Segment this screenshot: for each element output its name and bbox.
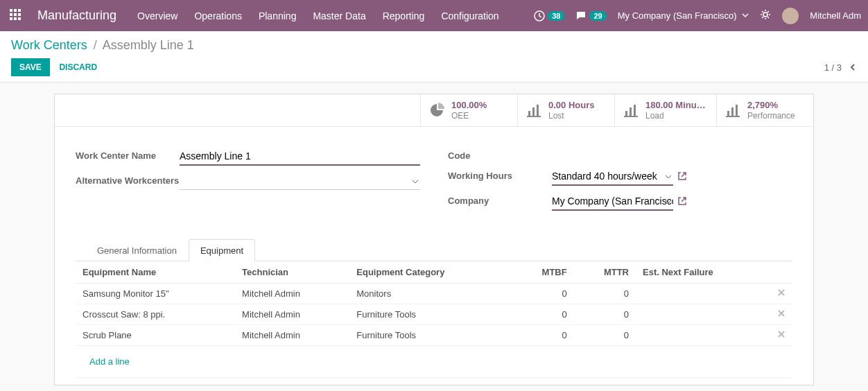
- cell-cat[interactable]: Furniture Tools: [349, 325, 512, 346]
- pager-text[interactable]: 1 / 3: [824, 62, 842, 73]
- bar-chart-icon: [526, 103, 541, 118]
- stat-lost[interactable]: 0.00 HoursLost: [517, 94, 614, 126]
- col-cat[interactable]: Equipment Category: [349, 261, 512, 284]
- cell-tech[interactable]: Mitchell Admin: [235, 284, 349, 304]
- label-hours: Working Hours: [448, 168, 552, 181]
- breadcrumb: Work Centers / Assembly Line 1: [11, 38, 857, 53]
- cell-mttr[interactable]: 0: [574, 284, 636, 304]
- cell-cat[interactable]: Furniture Tools: [349, 304, 512, 325]
- svg-rect-3: [10, 13, 12, 16]
- svg-rect-0: [10, 9, 12, 12]
- stat-performance[interactable]: 2,790%Performance: [716, 94, 813, 126]
- svg-rect-12: [532, 107, 535, 116]
- company-input[interactable]: [552, 193, 673, 211]
- activity-indicator[interactable]: 38: [534, 10, 564, 21]
- message-indicator[interactable]: 29: [575, 10, 606, 21]
- table-row[interactable]: Crosscut Saw: 8 ppi.Mitchell AdminFurnit…: [76, 304, 792, 325]
- navbar-right: 38 29 My Company (San Francisco) Mitchel…: [534, 8, 861, 24]
- menu-planning[interactable]: Planning: [259, 10, 297, 21]
- svg-rect-22: [726, 116, 740, 117]
- form-sheet: 100.00%OEE 0.00 HoursLost 180.00 Minut…L…: [54, 94, 814, 385]
- name-input[interactable]: [180, 148, 420, 166]
- stat-label: Performance: [747, 111, 795, 121]
- cell-mtbf[interactable]: 0: [512, 325, 573, 346]
- save-button[interactable]: SAVE: [11, 58, 50, 76]
- alt-workcenters-input[interactable]: [180, 173, 420, 190]
- stat-label: Lost: [548, 111, 564, 121]
- menu-configuration[interactable]: Configuration: [441, 10, 498, 21]
- svg-rect-1: [14, 9, 17, 12]
- activity-count: 38: [548, 11, 564, 21]
- chevron-down-icon: [742, 12, 749, 19]
- col-mtbf[interactable]: MTBF: [512, 261, 573, 284]
- table-row[interactable]: Scrub PlaneMitchell AdminFurniture Tools…: [76, 325, 792, 346]
- external-link-icon[interactable]: [677, 171, 687, 183]
- col-next[interactable]: Est. Next Failure: [636, 261, 770, 284]
- avatar[interactable]: [782, 8, 799, 24]
- menu-reporting[interactable]: Reporting: [383, 10, 425, 21]
- svg-rect-6: [10, 17, 12, 20]
- control-bar: Work Centers / Assembly Line 1 SAVE DISC…: [0, 31, 868, 82]
- label-alt: Alternative Workcenters: [76, 173, 180, 186]
- tab-equipment[interactable]: Equipment: [189, 239, 255, 261]
- delete-row-icon[interactable]: [770, 284, 792, 304]
- cell-cat[interactable]: Monitors: [349, 284, 512, 304]
- tab-general[interactable]: General Information: [85, 239, 189, 261]
- delete-row-icon[interactable]: [770, 325, 792, 346]
- cell-tech[interactable]: Mitchell Admin: [235, 325, 349, 346]
- brand[interactable]: Manufacturing: [37, 8, 116, 23]
- main-menu: Overview Operations Planning Master Data…: [137, 10, 534, 21]
- working-hours-input[interactable]: [552, 168, 673, 186]
- svg-rect-14: [527, 116, 541, 117]
- svg-rect-13: [537, 105, 539, 116]
- stat-value: 0.00 Hours: [548, 100, 594, 110]
- cell-mttr[interactable]: 0: [574, 304, 636, 325]
- cell-next[interactable]: [636, 304, 770, 325]
- stat-value: 100.00%: [451, 100, 487, 110]
- svg-rect-11: [528, 111, 530, 116]
- form-right: Code Working Hours: [448, 148, 792, 218]
- add-line-link[interactable]: Add a line: [83, 351, 137, 372]
- delete-row-icon[interactable]: [770, 304, 792, 325]
- clock-icon: [534, 10, 545, 21]
- menu-overview[interactable]: Overview: [137, 10, 177, 21]
- svg-rect-16: [630, 107, 632, 116]
- chat-icon: [575, 10, 587, 21]
- cell-name[interactable]: Scrub Plane: [76, 325, 235, 346]
- stat-value: 180.00 Minut…: [645, 100, 708, 110]
- chevron-left-icon[interactable]: [849, 63, 857, 71]
- message-count: 29: [589, 11, 606, 21]
- bar-chart-icon: [725, 103, 740, 118]
- stat-load[interactable]: 180.00 Minut…Load: [614, 94, 716, 126]
- cell-mttr[interactable]: 0: [574, 325, 636, 346]
- label-name: Work Center Name: [76, 148, 180, 161]
- cell-mtbf[interactable]: 0: [512, 304, 573, 325]
- discard-button[interactable]: DISCARD: [59, 62, 97, 72]
- svg-rect-20: [731, 107, 734, 116]
- tabs: General Information Equipment Equipment …: [76, 238, 792, 378]
- debug-icon[interactable]: [760, 9, 771, 22]
- cell-name[interactable]: Crosscut Saw: 8 ppi.: [76, 304, 235, 325]
- cell-tech[interactable]: Mitchell Admin: [235, 304, 349, 325]
- form-left: Work Center Name Alternative Workcenters: [76, 148, 420, 218]
- external-link-icon[interactable]: [677, 196, 687, 208]
- breadcrumb-parent[interactable]: Work Centers: [11, 38, 87, 52]
- cell-next[interactable]: [636, 284, 770, 304]
- svg-rect-7: [14, 17, 17, 20]
- cell-name[interactable]: Samsung Monitor 15": [76, 284, 235, 304]
- menu-operations[interactable]: Operations: [194, 10, 241, 21]
- svg-point-10: [763, 12, 767, 17]
- table-row[interactable]: Samsung Monitor 15"Mitchell AdminMonitor…: [76, 284, 792, 304]
- company-switcher[interactable]: My Company (San Francisco): [618, 10, 749, 21]
- col-tech[interactable]: Technician: [235, 261, 349, 284]
- menu-master-data[interactable]: Master Data: [313, 10, 365, 21]
- col-name[interactable]: Equipment Name: [76, 261, 235, 284]
- stat-oee[interactable]: 100.00%OEE: [420, 94, 517, 126]
- cell-mtbf[interactable]: 0: [512, 284, 573, 304]
- svg-rect-18: [624, 116, 638, 117]
- cell-next[interactable]: [636, 325, 770, 346]
- col-mttr[interactable]: MTTR: [574, 261, 636, 284]
- apps-icon[interactable]: [7, 9, 24, 22]
- svg-rect-2: [18, 9, 21, 12]
- user-name[interactable]: Mitchell Adm: [810, 10, 861, 21]
